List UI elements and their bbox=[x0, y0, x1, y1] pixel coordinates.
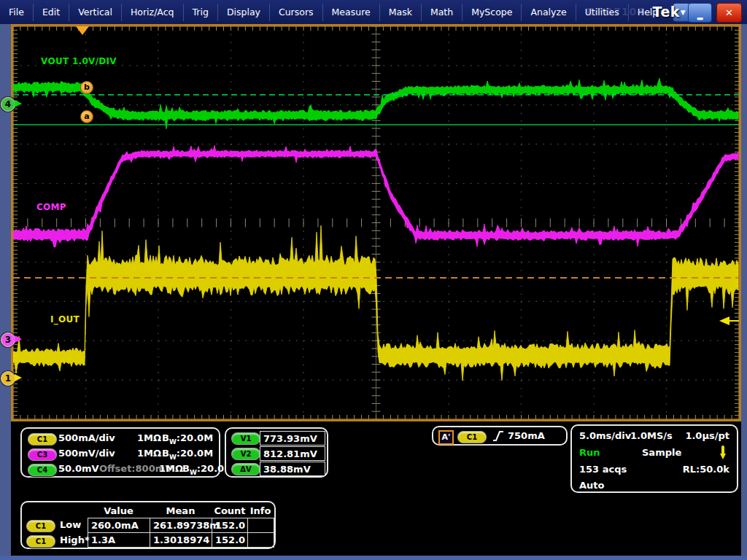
meas-row1-mean: 261.89738m bbox=[150, 518, 212, 533]
trigger-level-arrow-icon[interactable] bbox=[719, 316, 729, 325]
channel3-bandwidth: BW:20.0M bbox=[162, 448, 213, 461]
minimize-button[interactable]: ▂ bbox=[688, 3, 712, 23]
menu-item-math[interactable]: Math bbox=[422, 4, 462, 21]
menu-item-file[interactable]: File bbox=[0, 4, 34, 21]
meas-header-value: Value bbox=[88, 505, 150, 516]
meas-row1-name: Low bbox=[60, 519, 81, 530]
channel4-position-marker[interactable]: 4 bbox=[1, 97, 15, 112]
menu-item-vertical[interactable]: Vertical bbox=[69, 4, 122, 21]
meas-row1-info bbox=[247, 518, 274, 533]
channel3-impedance: 1MΩ bbox=[137, 448, 161, 459]
channel1-bandwidth: BW:20.0M bbox=[162, 432, 213, 446]
trigger-mode: Auto bbox=[579, 480, 604, 491]
tek-logo: Tek bbox=[653, 4, 680, 20]
resolution-value: 1.0µs/pt bbox=[685, 430, 729, 441]
meas-row1-value: 260.0mA bbox=[88, 518, 150, 533]
channel1-scale: 500mA/div bbox=[58, 432, 115, 443]
menu-item-horiz-acq[interactable]: Horiz/Acq bbox=[122, 4, 184, 21]
acquisition-mode: Sample bbox=[642, 447, 681, 458]
cursor-v2-value: 812.81mV bbox=[260, 446, 325, 461]
meas-row1-count: 152.0 bbox=[212, 518, 248, 533]
trigger-panel: A' C1 750mA bbox=[432, 426, 568, 446]
channel4-impedance: 1MΩ bbox=[159, 463, 183, 474]
channel3-marker-arrow-icon bbox=[15, 335, 22, 343]
channel3-position-marker[interactable]: 3 bbox=[1, 332, 15, 347]
horizontal-acq-panel: 5.0ms/div 1.0MS/s 1.0µs/pt Run Sample 15… bbox=[570, 424, 738, 493]
trigger-slope-rising-icon bbox=[492, 429, 505, 443]
trace-label-comp: COMP bbox=[36, 202, 66, 212]
channel3-scale: 500mV/div bbox=[58, 448, 115, 459]
cursor-b-handle[interactable]: b bbox=[80, 81, 93, 94]
waveform-display bbox=[13, 26, 739, 419]
model-number-label: DPO7104 bbox=[587, 6, 645, 18]
menu-bar: File Edit Vertical Horiz/Acq Trig Displa… bbox=[0, 0, 747, 24]
channel3-badge[interactable]: C3 bbox=[28, 448, 57, 461]
cursor-v1-badge[interactable]: V1 bbox=[231, 432, 260, 445]
meas-row2-mean: 1.3018974 bbox=[150, 532, 212, 548]
acquisition-count: 153 acqs bbox=[579, 464, 627, 475]
trigger-level-value: 750mA bbox=[508, 430, 545, 441]
meas-row2-value: 1.3A bbox=[88, 532, 150, 548]
acquisition-state: Run bbox=[579, 447, 600, 458]
meas-header-count: Count bbox=[212, 505, 248, 516]
channel-settings-panel: C1 500mA/div 1MΩ BW:20.0M C3 500mV/div 1… bbox=[20, 427, 220, 478]
trace-label-vout: VOUT 1.0V/DIV bbox=[41, 56, 117, 66]
channel1-marker-arrow-icon bbox=[15, 374, 22, 381]
menu-item-cursors[interactable]: Cursors bbox=[270, 4, 323, 21]
menu-item-measure[interactable]: Measure bbox=[323, 4, 380, 21]
menu-item-myscope[interactable]: MyScope bbox=[462, 4, 522, 21]
cursor-v1-value: 773.93mV bbox=[260, 431, 325, 446]
bottom-border-strip bbox=[0, 556, 747, 560]
temperature-indicator-icon bbox=[719, 445, 727, 461]
oscilloscope-screen: File Edit Vertical Horiz/Acq Trig Displa… bbox=[0, 0, 747, 560]
meas-row2-name: High* bbox=[60, 534, 90, 545]
meas-header-info: Info bbox=[247, 505, 274, 516]
right-border-strip bbox=[741, 24, 747, 556]
channel1-badge[interactable]: C1 bbox=[28, 433, 57, 446]
menu-item-trig[interactable]: Trig bbox=[184, 4, 218, 21]
timebase-value: 5.0ms/div bbox=[579, 430, 631, 441]
cursor-delta-v-value: 38.88mV bbox=[260, 462, 325, 476]
sample-rate-value: 1.0MS/s bbox=[630, 430, 673, 441]
close-button[interactable]: ✕ bbox=[716, 3, 742, 23]
cursor-delta-v-badge[interactable]: ΔV bbox=[231, 463, 260, 475]
cursor-a-handle[interactable]: a bbox=[80, 110, 93, 123]
record-length: RL:50.0k bbox=[683, 464, 729, 475]
channel4-scale: 50.0mV bbox=[58, 463, 99, 474]
channel1-impedance: 1MΩ bbox=[137, 432, 161, 443]
menu-item-edit[interactable]: Edit bbox=[34, 4, 69, 21]
channel4-marker-arrow-icon bbox=[15, 100, 22, 107]
measurement-panel: Value Mean Count Info C1 Low 260.0mA 261… bbox=[20, 501, 276, 549]
trigger-position-marker-icon[interactable] bbox=[76, 26, 89, 35]
menu-item-mask[interactable]: Mask bbox=[380, 4, 422, 21]
trigger-source-badge[interactable]: C1 bbox=[457, 431, 487, 443]
menu-item-analyze[interactable]: Analyze bbox=[522, 4, 576, 21]
cursor-readout-panel: V1 773.93mV V2 812.81mV ΔV 38.88mV bbox=[225, 427, 328, 478]
channel1-position-marker[interactable]: 1 bbox=[1, 371, 15, 386]
readout-area: C1 500mA/div 1MΩ BW:20.0M C3 500mV/div 1… bbox=[11, 421, 741, 556]
cursor-v2-badge[interactable]: V2 bbox=[231, 448, 260, 460]
trigger-a-label: A' bbox=[438, 430, 454, 445]
channel4-badge[interactable]: C4 bbox=[28, 464, 57, 476]
meas-row2-count: 152.0 bbox=[212, 532, 248, 548]
meas-row1-source-badge[interactable]: C1 bbox=[26, 520, 55, 532]
menu-item-display[interactable]: Display bbox=[218, 4, 270, 21]
trace-label-iout: I_OUT bbox=[50, 314, 80, 324]
meas-row2-source-badge[interactable]: C1 bbox=[26, 535, 55, 548]
trigger-level-tail bbox=[729, 320, 739, 322]
meas-header-mean: Mean bbox=[150, 505, 212, 516]
meas-row2-info bbox=[247, 532, 274, 548]
